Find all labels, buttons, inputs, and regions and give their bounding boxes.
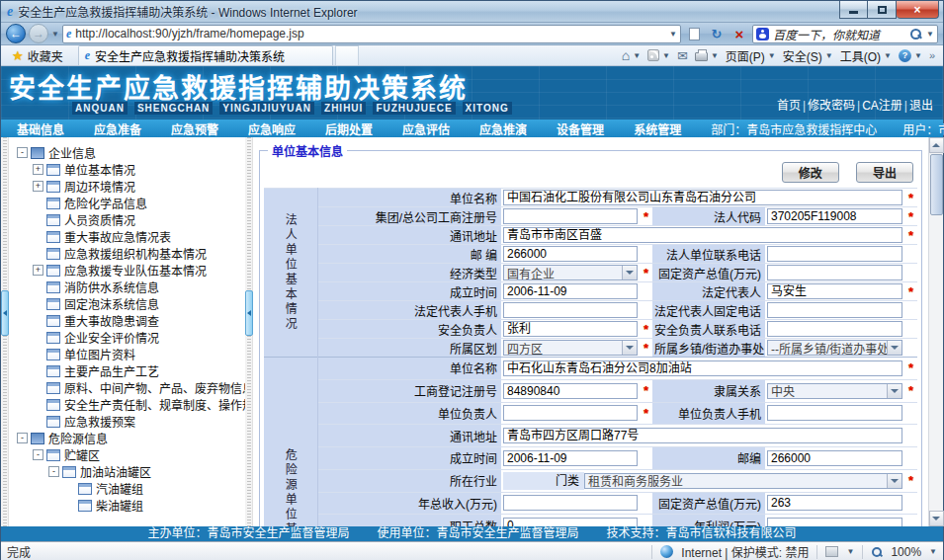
menu-item[interactable]: 基础信息	[17, 120, 64, 137]
form-input[interactable]	[767, 518, 902, 526]
header-link[interactable]: CA注册	[862, 99, 902, 113]
vertical-scrollbar[interactable]	[928, 137, 943, 526]
safety-menu[interactable]: 安全(S)▼	[783, 47, 833, 64]
form-input[interactable]: 263	[767, 495, 902, 511]
collapse-minus-icon[interactable]: -	[17, 433, 28, 443]
splitter-collapse-handle[interactable]	[245, 290, 253, 336]
refresh-button[interactable]: ↻	[707, 25, 727, 43]
form-input[interactable]	[503, 495, 638, 511]
zoom-dropdown-icon[interactable]: ▼	[929, 547, 937, 556]
form-input[interactable]	[767, 246, 902, 262]
form-input[interactable]: 266000	[767, 450, 902, 466]
menu-item[interactable]: 后期处置	[325, 120, 373, 137]
stop-button[interactable]: ×	[729, 25, 749, 43]
collapse-minus-icon[interactable]: -	[17, 147, 28, 158]
menu-item[interactable]: 应急响应	[248, 120, 296, 137]
form-input[interactable]: 青岛市四方区周口路77号	[503, 428, 902, 443]
feeds-button[interactable]: ▼	[647, 49, 670, 61]
form-input[interactable]: 中国石油化工股份有限公司山东青岛石油分公司	[503, 190, 902, 205]
expand-plus-icon[interactable]: +	[33, 164, 43, 175]
form-input[interactable]	[767, 405, 902, 421]
tree-item[interactable]: 柴油罐组	[13, 497, 245, 514]
tools-menu[interactable]: 工具(O)▼	[840, 47, 892, 64]
form-input[interactable]	[767, 265, 902, 280]
menu-item[interactable]: 应急推演	[479, 120, 527, 137]
modify-button[interactable]: 修改	[782, 162, 839, 183]
search-box[interactable]: 百度一下，你就知道 ▼	[752, 25, 938, 43]
search-icon[interactable]	[909, 28, 922, 40]
tree-item[interactable]: -加油站油罐区	[13, 463, 245, 480]
tree-item[interactable]: 原料、中间产物、产品、废弃物信息	[13, 379, 245, 396]
print-button[interactable]: ▼	[695, 49, 719, 61]
tree-item[interactable]: 主要产品生产工艺	[13, 362, 245, 379]
tree-item[interactable]: 企业安全评价情况	[13, 329, 245, 346]
select-arrow-icon[interactable]	[887, 341, 901, 355]
page-menu[interactable]: 页面(P)▼	[726, 47, 776, 64]
scrollbar-thumb[interactable]	[930, 154, 943, 215]
collapse-minus-icon[interactable]: -	[48, 466, 59, 477]
tree-item[interactable]: -企业信息	[13, 144, 245, 161]
select-arrow-icon[interactable]	[887, 474, 901, 488]
back-button[interactable]: ←	[6, 24, 26, 43]
select-arrow-icon[interactable]	[622, 341, 637, 355]
collapse-minus-icon[interactable]: -	[33, 449, 43, 460]
expand-plus-icon[interactable]: +	[33, 181, 43, 192]
menu-item[interactable]: 应急评估	[402, 120, 450, 137]
tree-item[interactable]: -贮罐区	[13, 446, 245, 463]
form-input[interactable]: 0	[503, 518, 638, 526]
export-button[interactable]: 导出	[856, 162, 913, 183]
tree-item[interactable]: 安全生产责任制、规章制度、操作规程信息	[13, 396, 245, 413]
form-input[interactable]: 84890840	[503, 383, 638, 399]
form-select[interactable]: 中央	[767, 383, 902, 399]
minimize-button[interactable]	[839, 1, 868, 19]
form-input[interactable]: 370205F119008	[767, 208, 902, 224]
select-arrow-icon[interactable]	[887, 384, 901, 398]
form-select[interactable]: 租赁和商务服务业	[584, 473, 902, 489]
menu-item[interactable]: 系统管理	[634, 120, 681, 137]
form-input[interactable]: 青岛市市南区百盛	[503, 227, 902, 243]
form-input[interactable]: 2006-11-09	[503, 450, 638, 466]
form-input[interactable]	[503, 405, 638, 421]
tree-item[interactable]: +周边环境情况	[13, 178, 245, 195]
favorites-button[interactable]: ★ 收藏夹	[7, 46, 68, 64]
tree-item[interactable]: -危险源信息	[13, 430, 245, 446]
tree-item[interactable]: 汽油罐组	[13, 480, 245, 497]
address-bar[interactable]: e http://localhost:90/yjzh/frame/homepag…	[62, 25, 681, 43]
toolbar-overflow-chevron[interactable]: »	[929, 49, 935, 61]
form-input[interactable]	[503, 208, 638, 224]
search-text[interactable]: 百度一下，你就知道	[773, 26, 905, 42]
tree-item[interactable]: +应急救援专业队伍基本情况	[13, 262, 245, 279]
tree-item[interactable]: 重大事故应急情况表	[13, 228, 245, 245]
zoom-page-icon[interactable]	[825, 546, 838, 557]
splitter-collapse-handle[interactable]	[1, 290, 9, 336]
tree-item[interactable]: 固定泡沫系统信息	[13, 295, 245, 312]
scroll-up-button[interactable]	[929, 137, 944, 153]
browser-tab[interactable]: e 安全生产应急救援指挥辅助决策系统	[78, 45, 333, 65]
address-dropdown-icon[interactable]: ▼	[669, 30, 677, 39]
form-input[interactable]	[767, 321, 902, 337]
form-input[interactable]	[767, 302, 902, 318]
tree-item[interactable]: 人员资质情况	[13, 211, 245, 228]
tree-item[interactable]: +单位基本情况	[13, 161, 245, 178]
menu-item[interactable]: 设备管理	[557, 120, 604, 137]
forward-button[interactable]: →	[29, 24, 48, 43]
tree-item[interactable]: 应急救援组织机构基本情况	[13, 245, 245, 262]
form-input[interactable]	[503, 302, 638, 318]
form-input[interactable]: 马安生	[767, 283, 902, 299]
form-select[interactable]: 四方区	[503, 340, 638, 356]
form-select[interactable]: 国有企业	[503, 265, 638, 280]
new-tab-button[interactable]	[335, 45, 359, 65]
menu-item[interactable]: 应急准备	[94, 120, 141, 137]
select-arrow-icon[interactable]	[622, 266, 637, 280]
form-select[interactable]: --所属乡镇/街道办事处--	[767, 340, 902, 356]
menu-item[interactable]: 应急预警	[171, 120, 218, 137]
url-text[interactable]: http://localhost:90/yjzh/frame/homepage.…	[75, 27, 665, 40]
scroll-down-button[interactable]	[929, 511, 944, 526]
tree-item[interactable]: 危险化学品信息	[13, 195, 245, 211]
header-link[interactable]: 首页	[777, 99, 801, 113]
help-menu[interactable]: ?▼	[899, 49, 922, 62]
tree-item[interactable]: 应急救援预案	[13, 413, 245, 430]
maximize-button[interactable]	[868, 1, 897, 19]
tree-item[interactable]: 消防供水系统信息	[13, 279, 245, 295]
tree-item[interactable]: 单位图片资料	[13, 346, 245, 362]
